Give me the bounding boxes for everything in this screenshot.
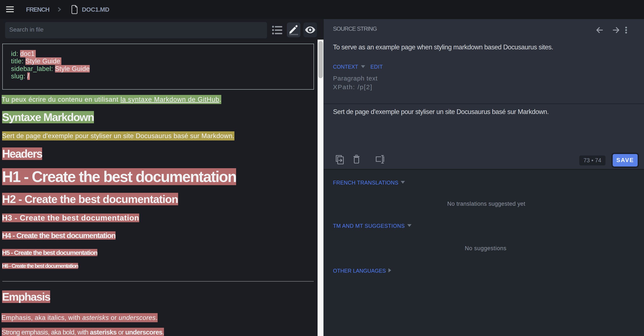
svg-text:M: M [73, 9, 74, 12]
